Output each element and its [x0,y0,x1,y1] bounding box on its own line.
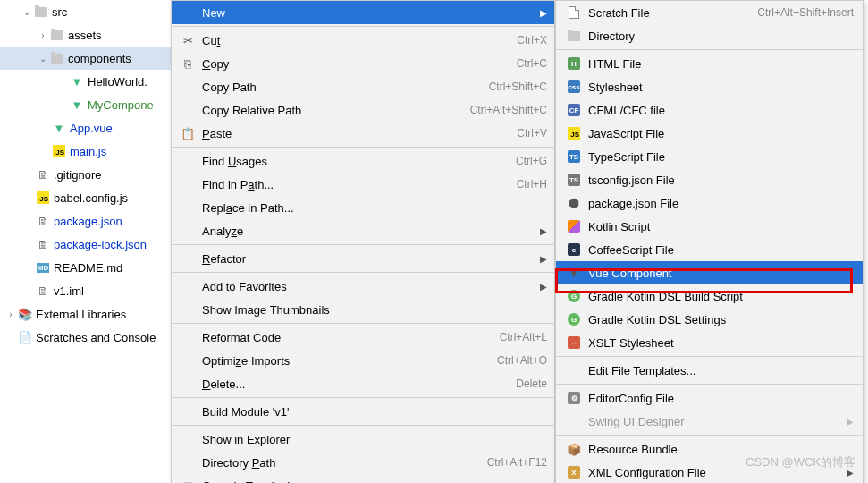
menu-build-module[interactable]: Build Module 'v1' [172,400,554,423]
menu-swing-ui[interactable]: Swing UI Designer ▶ [556,410,863,433]
menu-ts-file[interactable]: TS TypeScript File [556,145,863,168]
menu-optimize-imports[interactable]: Optimize Imports Ctrl+Alt+O [172,349,554,372]
menu-add-favorites[interactable]: Add to Favorites ▶ [172,275,554,298]
menu-scratch-file[interactable]: Scratch File Ctrl+Alt+Shift+Insert [556,1,863,24]
tree-mycomponent[interactable]: ▼ MyCompone [0,93,171,116]
menu-open-terminal[interactable]: ▣ Open in Terminal [172,474,554,483]
menu-label: New [202,6,533,20]
project-tree[interactable]: ⌄ src › assets ⌄ components ▼ HelloWorld… [0,0,171,483]
shortcut: Ctrl+Alt+O [497,354,547,367]
menu-label: Build Module 'v1' [202,405,547,419]
menu-label: Copy [202,57,517,71]
menu-directory[interactable]: Directory [556,24,863,47]
menu-copy-relative-path[interactable]: Copy Relative Path Ctrl+Alt+Shift+C [172,98,554,122]
watermark: CSDN @WCK的博客 [746,454,855,470]
menu-tsconfig[interactable]: TS tsconfig.json File [556,168,863,191]
separator [556,384,863,385]
menu-paste[interactable]: 📋 Paste Ctrl+V [172,122,554,145]
tree-gitignore[interactable]: 🗎 .gitignore [0,163,171,186]
menu-show-thumbnails[interactable]: Show Image Thumbnails [172,298,554,321]
shortcut: Ctrl+C [517,57,547,70]
menu-editorconfig[interactable]: ⚙ EditorConfig File [556,386,863,410]
menu-replace-in-path[interactable]: Replace in Path... [172,196,554,219]
tree-label: HelloWorld. [88,75,147,89]
tree-packagelock[interactable]: 🗎 package-lock.json [0,233,171,256]
tree-mainjs[interactable]: JS main.js [0,140,171,163]
shortcut: Ctrl+Alt+L [500,331,547,343]
tree-label: src [52,5,67,19]
tree-external-libraries[interactable]: › 📚 External Libraries [0,302,171,326]
tree-packagejson[interactable]: 🗎 package.json [0,209,171,233]
copy-icon: ⎘ [179,57,197,71]
menu-find-usages[interactable]: Find Usages Ctrl+G [172,149,554,173]
xml-icon: X [565,466,583,479]
menu-label: Optimize Imports [202,354,497,368]
tree-label: assets [68,29,102,42]
menu-kotlin-script[interactable]: Kotlin Script [556,215,863,238]
menu-gradle-build[interactable]: G Gradle Kotlin DSL Build Script [556,284,863,308]
separator [172,425,554,426]
folder-icon [565,31,583,41]
menu-refactor[interactable]: Refactor ▶ [172,247,554,270]
tree-label: Scratches and Console [36,331,156,344]
shortcut: Ctrl+G [516,155,547,167]
js-icon: JS [52,144,66,158]
menu-cut[interactable]: ✂ Cut Ctrl+X [172,29,554,52]
menu-analyze[interactable]: Analyze ▶ [172,219,554,242]
coffeescript-icon: c [565,243,583,256]
menu-label: Delete... [202,377,516,391]
tree-helloworld[interactable]: ▼ HelloWorld. [0,70,171,93]
chevron-right-icon: ▶ [540,226,547,236]
tree-label: App.vue [70,122,113,135]
separator [556,356,863,357]
menu-stylesheet[interactable]: css Stylesheet [556,75,863,98]
menu-copy-path[interactable]: Copy Path Ctrl+Shift+C [172,75,554,98]
menu-edit-file-templates[interactable]: Edit File Templates... [556,359,863,382]
menu-vue-component[interactable]: ▼ Vue Component [556,261,863,284]
tree-appvue[interactable]: ▼ App.vue [0,116,171,140]
menu-gradle-settings[interactable]: G Gradle Kotlin DSL Settings [556,308,863,331]
chevron-down-icon: ⌄ [36,54,50,64]
json-icon: 🗎 [36,237,50,251]
menu-cfml-file[interactable]: CF CFML/CFC file [556,98,863,122]
menu-show-explorer[interactable]: Show in Explorer [172,428,554,451]
menu-label: Swing UI Designer [588,415,839,428]
menu-new[interactable]: New ▶ [172,1,554,24]
menu-coffeescript[interactable]: c CoffeeScript File [556,238,863,261]
menu-label: Directory [588,30,854,43]
menu-copy[interactable]: ⎘ Copy Ctrl+C [172,52,554,75]
menu-find-in-path[interactable]: Find in Path... Ctrl+H [172,173,554,196]
menu-label: Gradle Kotlin DSL Settings [588,313,854,326]
tree-components[interactable]: ⌄ components [0,47,171,70]
tree-assets[interactable]: › assets [0,23,171,47]
menu-label: Analyze [202,225,533,238]
menu-delete[interactable]: Delete... Delete [172,372,554,395]
menu-js-file[interactable]: JS JavaScript File [556,122,863,145]
tree-babelconfig[interactable]: JS babel.config.js [0,186,171,209]
file-icon: 🗎 [36,167,50,182]
menu-label: Paste [202,127,517,140]
menu-label: Directory Path [202,456,487,470]
tree-label: v1.iml [54,284,84,298]
tree-label: MyCompone [88,98,154,112]
editorconfig-icon: ⚙ [565,392,583,404]
tree-v1iml[interactable]: 🗎 v1.iml [0,279,171,302]
vue-icon: ▼ [52,121,66,135]
menu-xslt[interactable]: ↔ XSLT Stylesheet [556,331,863,354]
menu-directory-path[interactable]: Directory Path Ctrl+Alt+F12 [172,451,554,474]
folder-icon [50,28,64,42]
menu-reformat[interactable]: Reformat Code Ctrl+Alt+L [172,326,554,349]
folder-icon [34,4,48,19]
tree-src[interactable]: ⌄ src [0,0,171,23]
tree-readme[interactable]: MD README.md [0,256,171,279]
css-icon: css [565,80,583,93]
menu-html-file[interactable]: H HTML File [556,52,863,75]
menu-packagejson[interactable]: ⬢ package.json File [556,191,863,215]
xslt-icon: ↔ [565,336,583,349]
shortcut: Ctrl+X [517,34,547,47]
tsconfig-icon: TS [565,174,583,186]
kotlin-icon [565,220,583,233]
shortcut: Ctrl+Alt+Shift+C [470,104,547,116]
tree-scratches[interactable]: 📄 Scratches and Console [0,326,171,349]
menu-label: TypeScript File [588,150,854,164]
